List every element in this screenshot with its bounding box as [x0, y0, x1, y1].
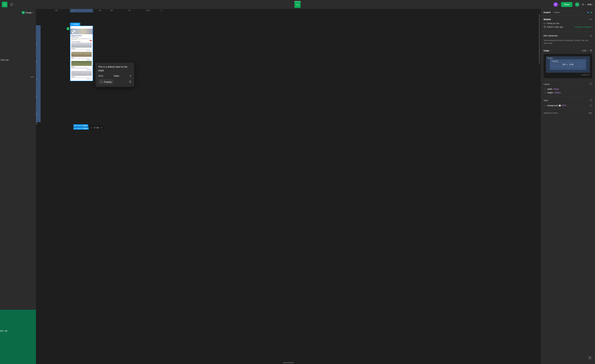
dev-mode-toggle[interactable] — [574, 2, 580, 7]
page-title: Belgium Holidays — [71, 35, 92, 36]
city-image — [71, 52, 92, 57]
frame-info-section: Mobile ••• Ready for dev Edited 2 days a… — [541, 16, 595, 32]
avatar-letter: T — [555, 3, 556, 6]
avatar-group[interactable]: T ▾ — [553, 2, 559, 7]
width-value: 320px — [114, 75, 119, 77]
layout-title: Layout — [544, 83, 550, 85]
box-model-padding: Padding - - - - 320 × 1356 — [550, 59, 586, 70]
annotation-popup: This is a default state for the page Wid… — [95, 63, 134, 87]
count-badge: 17 — [90, 39, 92, 42]
frame-dev-badge[interactable] — [67, 27, 69, 30]
section-title: Top cities in Belgium — [71, 41, 92, 42]
visibility-icon[interactable]: ◉ — [590, 11, 592, 14]
design-tab[interactable]: Design ▾ — [22, 11, 34, 14]
dev-resources-title: Dev resources — [544, 34, 558, 37]
ruler-tick: -250 — [55, 10, 58, 11]
css-language-dropdown[interactable]: CSS ▾ — [582, 50, 588, 52]
code-icon — [22, 11, 25, 14]
chevron-down-icon: ▾ — [587, 50, 588, 51]
box-model-visualizer: - - - - Border - - - - Padding - - - - 3… — [544, 54, 592, 78]
chevron-down-icon: ▾ — [592, 4, 593, 5]
tab-plugins[interactable]: Plugins — [553, 11, 560, 14]
ruler-tick: 750 — [128, 10, 131, 11]
frame-label[interactable]: ⌗ Mobile — [70, 23, 80, 26]
add-property-button[interactable]: ＋ Property — [98, 79, 114, 85]
chevron-down-icon: ▾ — [591, 26, 592, 28]
style-code[interactable]: 1 background: #FFF; i — [541, 103, 595, 109]
ruler-tick: 0 — [72, 10, 73, 11]
settings-icon[interactable] — [590, 49, 592, 52]
svg-rect-10 — [591, 100, 592, 101]
ruler-tick: 0 — [36, 26, 37, 27]
edited-row: Edited 2 days ago Compare changes ▾ — [544, 26, 592, 28]
city-desc: Unassuming Brussels is the capital of Be… — [71, 49, 92, 50]
pager-prev-button[interactable]: ‹ — [91, 126, 92, 129]
ruler-tick: 500 — [110, 10, 113, 11]
remove-property-button[interactable]: ✕ — [129, 75, 131, 77]
svg-rect-0 — [4, 4, 6, 5]
annotation-text-input[interactable]: This is a default state for the page — [98, 65, 131, 72]
canvas[interactable]: -250 0 320 500 750 1000 12 0 250 500 750… — [36, 9, 541, 364]
svg-rect-9 — [591, 84, 592, 85]
ruler-tick: 1000 — [146, 10, 149, 11]
help-button[interactable]: ? — [588, 356, 592, 360]
annotation-actions: ＋ Property — [98, 79, 131, 85]
page-subtitle: North and south — [71, 36, 92, 37]
more-dots-icon[interactable]: ••• — [30, 76, 34, 79]
comment-tool-button[interactable] — [9, 2, 14, 7]
panel-tabs: Inspect Plugins ◆ ◉ — [541, 9, 595, 16]
copy-style-button[interactable] — [590, 99, 592, 102]
read-more-link: Read more → — [71, 79, 92, 79]
main-menu-button[interactable] — [2, 2, 7, 7]
read-more-link: Read more → — [71, 69, 92, 70]
user-avatar: T — [553, 2, 558, 7]
top-toolbar: T ▾ Share ▾ 40% ▾ — [0, 0, 595, 9]
style-code-section: Style 1 background: #FFF; i — [541, 97, 595, 110]
frame-icon: ⌗ — [71, 23, 73, 25]
read-more-link: Read more → — [71, 50, 92, 51]
add-dev-resource-button[interactable]: ＋ — [589, 34, 592, 37]
box-model-content: 320 × 1356 — [554, 62, 582, 67]
city-desc: Antwerp is a city and a municipality in … — [71, 77, 92, 78]
toolbar-left — [2, 2, 14, 7]
pager-next-button[interactable]: › — [101, 126, 102, 129]
tab-inspect[interactable]: Inspect — [544, 11, 551, 14]
ruler-tick: 1356 — [36, 121, 37, 125]
chevron-down-icon: ▾ — [559, 4, 559, 5]
info-icon[interactable]: i — [590, 104, 592, 107]
copy-layout-button[interactable] — [590, 83, 592, 86]
left-sidebar: Design ▾ days ago ••• 320 × 80 — [0, 9, 36, 364]
canvas-scroll-hint — [283, 362, 294, 363]
more-icon[interactable]: ••• — [589, 18, 592, 21]
annotation-width-row: Width 320px ✕ — [98, 75, 131, 77]
mobile-frame[interactable]: ☰ ☆ Belgium Holidays North and south Bel… — [70, 26, 93, 81]
code-title: Code — [544, 50, 549, 52]
ruler-horizontal: -250 0 320 500 750 1000 12 — [41, 9, 541, 12]
toolbar-right: T ▾ Share ▾ 40% ▾ — [553, 2, 593, 7]
figma-icon[interactable]: ◆ — [588, 11, 589, 14]
code-section: Code ▾ CSS ▾ - - - - Border - - — [541, 47, 595, 80]
dev-mode-center-button[interactable] — [294, 1, 301, 8]
ready-for-dev-row: Ready for dev — [544, 22, 592, 24]
left-thumbnail-block[interactable]: 320 × 80 — [0, 310, 36, 364]
zoom-control[interactable]: 40% ▾ — [588, 3, 593, 6]
compare-changes-button[interactable]: Compare changes ▾ — [574, 26, 592, 28]
inspect-panel: Inspect Plugins ◆ ◉ Mobile ••• Ready for… — [541, 9, 595, 364]
frame-content: Belgium Holidays North and south Belgium… — [70, 34, 93, 81]
svg-point-7 — [591, 50, 592, 51]
delete-annotation-button[interactable] — [129, 80, 131, 83]
ruler-tick: 500 — [36, 60, 37, 63]
share-button[interactable]: Share — [561, 2, 572, 7]
chevron-down-icon[interactable]: ▾ — [550, 50, 551, 51]
present-button[interactable]: ▾ — [582, 3, 586, 6]
layout-code[interactable]: 1 width: 320px; 2 height: 1356px; — [541, 87, 595, 97]
pager-value: 2 / 10 — [94, 127, 99, 129]
dev-resources-description: Add development links to Storybook, GitH… — [544, 39, 592, 45]
frame-name: Mobile — [544, 18, 551, 21]
ruler-tick: 750 — [36, 78, 37, 81]
canvas-scrollbar[interactable] — [539, 14, 540, 64]
dimension-badge: H Fixed 1356px — [73, 127, 89, 130]
ruler-tick: 1250 — [36, 113, 37, 116]
city-desc: Ghent is a city and a municipality in th… — [71, 58, 92, 59]
svg-marker-1 — [582, 4, 584, 5]
